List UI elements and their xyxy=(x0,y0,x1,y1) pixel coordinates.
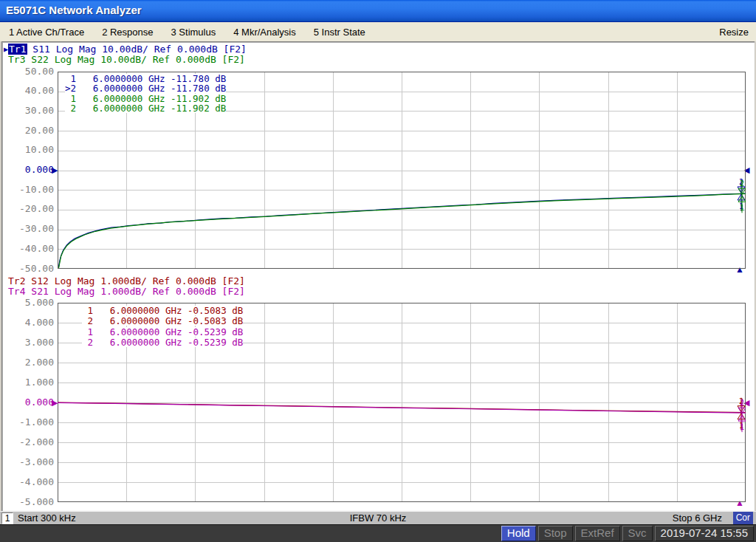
y-axis-tick-label: -3.000 xyxy=(10,457,54,467)
y-axis-tick-label: 1.000 xyxy=(10,377,54,388)
menu-item-1[interactable]: 1 Active Ch/Trace xyxy=(0,24,93,41)
y-axis-tick-label: 5.000 xyxy=(10,298,54,308)
trace-format-label: S22 Log Mag 10.00dB/ Ref 0.000dB [F2] xyxy=(26,54,245,65)
y-axis-tick-label: -10.00 xyxy=(10,185,54,195)
extref-indicator: ExtRef xyxy=(575,526,620,541)
marker-readout-row: 1 6.0000000 GHz -0.5083 dB xyxy=(82,306,243,315)
datetime: 2019-07-24 15:55 xyxy=(655,526,754,541)
svc-indicator: Svc xyxy=(622,526,653,541)
menu-bar: Resize 1 Active Ch/Trace2 Response3 Stim… xyxy=(0,22,756,41)
y-axis-tick-label: -40.00 xyxy=(10,244,54,254)
trace-format-label: S11 Log Mag 10.00dB/ Ref 0.000dB [F2] xyxy=(27,44,247,55)
trace-definition-tr4[interactable]: Tr4 S21 Log Mag 1.000dB/ Ref 0.000dB [F2… xyxy=(4,287,245,297)
svg-text:1: 1 xyxy=(740,204,744,212)
y-axis-tick-label: -2.000 xyxy=(10,437,54,447)
y-axis-tick-label: 2.000 xyxy=(10,357,54,368)
marker-readout-row: 2 6.0000000 GHz -11.902 dB xyxy=(65,103,226,113)
y-axis-tick-label: 20.00 xyxy=(10,126,54,136)
trace-definition-tr3[interactable]: Tr3 S22 Log Mag 10.00dB/ Ref 0.000dB [F2… xyxy=(4,55,245,65)
hold-indicator: Hold xyxy=(501,526,536,541)
title-bar[interactable]: E5071C Network Analyzer xyxy=(0,0,756,22)
marker-readout-row: 1 6.0000000 GHz -0.5239 dB xyxy=(82,327,243,337)
stop-indicator: Stop xyxy=(538,526,573,541)
y-axis-tick-label: -5.000 xyxy=(10,497,54,507)
trace-name-label: Tr1 xyxy=(8,44,27,55)
marker-readout-row: 1 6.0000000 GHz -11.780 dB xyxy=(65,74,226,83)
window-title: E5071C Network Analyzer xyxy=(6,4,142,16)
y-axis-tick-label: 10.00 xyxy=(10,145,54,155)
y-axis-tick-label: 50.00 xyxy=(10,66,54,77)
menu-item-5[interactable]: 5 Instr State xyxy=(305,24,374,41)
instrument-status-bar: HoldStopExtRefSvc2019-07-24 15:55 xyxy=(0,524,756,542)
marker-readout-row: 2 6.0000000 GHz -0.5083 dB xyxy=(82,316,243,326)
trace-name-label: Tr3 xyxy=(8,54,25,65)
svg-text:2: 2 xyxy=(740,399,744,407)
y-axis-tick-label: -1.000 xyxy=(10,417,54,428)
y-axis-tick-label: 3.000 xyxy=(10,337,54,348)
menu-item-4[interactable]: 4 Mkr/Analysis xyxy=(224,24,305,41)
trace-format-label: S21 Log Mag 1.000dB/ Ref 0.000dB [F2] xyxy=(26,286,245,297)
menu-item-2[interactable]: 2 Response xyxy=(93,24,162,41)
e5071c-window: E5071C Network Analyzer Resize 1 Active … xyxy=(0,0,756,542)
menu-item-3[interactable]: 3 Stimulus xyxy=(162,24,225,41)
trace-name-label: Tr2 xyxy=(8,275,25,287)
svg-text:2: 2 xyxy=(740,179,744,188)
y-axis-tick-label: 4.000 xyxy=(10,318,54,328)
trace-definition-tr2[interactable]: Tr2 S12 Log Mag 1.000dB/ Ref 0.000dB [F2… xyxy=(4,276,245,287)
trace-name-label: Tr4 xyxy=(8,286,25,297)
stop-frequency-label: Stop 6 GHz xyxy=(673,512,722,524)
channel-status-bar: 1 Start 300 kHz IFBW 70 kHz Stop 6 GHz C… xyxy=(0,511,756,524)
y-axis-tick-label: 0.000 xyxy=(10,397,54,408)
y-axis-tick-label: -50.00 xyxy=(10,264,54,274)
marker-readout-row: 1 6.0000000 GHz -11.902 dB xyxy=(65,94,226,103)
y-axis-tick-label: -30.00 xyxy=(10,224,54,234)
y-axis-tick-label: 30.00 xyxy=(10,106,54,116)
marker-symbols-tr3: 21 xyxy=(738,179,746,213)
correction-badge: Cor xyxy=(733,512,753,524)
trace-definition-tr1[interactable]: ▶Tr1 S11 Log Mag 10.00dB/ Ref 0.000dB [F… xyxy=(4,44,247,55)
y-axis-tick-label: 0.000 xyxy=(10,165,54,175)
marker-readout-row: >2 6.0000000 GHz -11.780 dB xyxy=(65,83,226,93)
ifbw-label: IFBW 70 kHz xyxy=(0,512,756,524)
svg-text:1: 1 xyxy=(740,423,744,431)
y-axis-tick-label: -4.000 xyxy=(10,477,54,487)
y-axis-tick-label: -20.00 xyxy=(10,204,54,214)
marker-readout-row: 2 6.0000000 GHz -0.5239 dB xyxy=(82,337,243,347)
marker-symbols-tr4: 21 xyxy=(738,399,746,432)
trace-format-label: S12 Log Mag 1.000dB/ Ref 0.000dB [F2] xyxy=(26,275,245,287)
y-axis-tick-label: 40.00 xyxy=(10,86,54,96)
display-area: ▶Tr1 S11 Log Mag 10.00dB/ Ref 0.000dB [F… xyxy=(1,41,755,511)
resize-button[interactable]: Resize xyxy=(712,24,756,41)
